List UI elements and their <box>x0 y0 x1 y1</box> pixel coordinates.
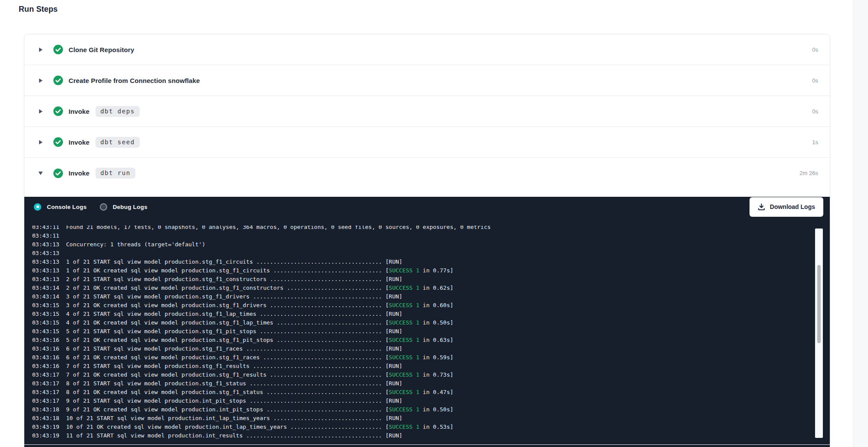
log-line: 03:43:16 6 of 21 START sql view model pr… <box>32 344 818 353</box>
success-check-icon <box>53 106 63 116</box>
step-label: Invoke <box>69 108 89 115</box>
log-tabs: Console Logs Debug Logs <box>34 203 148 211</box>
expand-caret-icon[interactable] <box>38 170 43 176</box>
radio-icon <box>100 203 107 211</box>
log-line: 03:43:18 9 of 21 OK created sql view mod… <box>32 405 818 414</box>
log-line: 03:43:19 10 of 21 OK created sql view mo… <box>32 423 818 431</box>
run-step-row-invoke-dbt-seed[interactable]: Invoke dbt seed 1s <box>24 127 830 158</box>
run-step-row-create-profile-from-connection-snowflake[interactable]: Create Profile from Connection snowflake… <box>24 65 830 96</box>
run-step-row-invoke-dbt-run[interactable]: Invoke dbt run 2m 26s <box>24 158 830 189</box>
step-command-chip: dbt deps <box>95 106 139 117</box>
log-tab-label: Console Logs <box>47 204 87 210</box>
log-line: 03:43:18 10 of 21 START sql view model p… <box>32 414 818 423</box>
step-duration: 0s <box>812 108 830 115</box>
log-line: 03:43:17 7 of 21 OK created sql view mod… <box>32 371 818 379</box>
log-line: 03:43:14 2 of 21 OK created sql view mod… <box>32 284 818 292</box>
log-line: 03:43:17 9 of 21 START sql view model pr… <box>32 397 818 405</box>
card-divider <box>24 444 830 445</box>
success-check-icon <box>53 169 63 178</box>
log-line: 03:43:15 3 of 21 OK created sql view mod… <box>32 301 818 310</box>
log-line: 03:43:15 4 of 21 OK created sql view mod… <box>32 318 818 327</box>
log-panel: Console Logs Debug Logs Download Logs 03… <box>24 197 830 447</box>
success-check-icon <box>53 45 63 54</box>
expand-caret-icon[interactable] <box>38 139 43 145</box>
log-line: 03:43:13 Concurrency: 1 threads (target=… <box>32 240 818 249</box>
log-line: 03:43:17 8 of 21 OK created sql view mod… <box>32 388 818 397</box>
step-label: Clone Git Repository <box>69 46 134 53</box>
step-duration: 0s <box>812 46 830 53</box>
success-check-icon <box>53 76 63 85</box>
page-title: Run Steps <box>19 5 58 14</box>
page-right-gutter <box>853 0 868 447</box>
log-line: 03:43:14 3 of 21 START sql view model pr… <box>32 292 818 301</box>
step-duration: 1s <box>812 139 830 146</box>
log-line: 03:43:15 5 of 21 START sql view model pr… <box>32 327 818 336</box>
step-command-chip: dbt seed <box>95 137 139 148</box>
step-duration: 2m 26s <box>799 170 830 176</box>
log-line: 03:43:11 <box>32 232 818 240</box>
expand-caret-icon[interactable] <box>38 109 43 114</box>
download-icon <box>758 203 765 211</box>
log-line: 03:43:13 1 of 21 OK created sql view mod… <box>32 266 818 275</box>
run-steps-list: Clone Git Repository 0s Create Profile f… <box>24 34 830 189</box>
console-log-output[interactable]: 03:43:11 Found 21 models, 17 tests, 0 sn… <box>32 225 818 445</box>
step-label: Create Profile from Connection snowflake <box>69 77 200 84</box>
run-step-row-clone-git-repository[interactable]: Clone Git Repository 0s <box>24 34 830 65</box>
log-tab-debug-logs[interactable]: Debug Logs <box>100 203 148 211</box>
log-tab-console-logs[interactable]: Console Logs <box>34 203 87 211</box>
log-line: 03:43:11 Found 21 models, 17 tests, 0 sn… <box>32 225 818 232</box>
run-steps-card: Clone Git Repository 0s Create Profile f… <box>24 34 830 447</box>
log-line: 03:43:19 11 of 21 START sql view model p… <box>32 431 818 440</box>
log-scrollbar-thumb[interactable] <box>817 265 821 343</box>
step-label: Invoke <box>69 139 89 146</box>
log-line: 03:43:16 6 of 21 OK created sql view mod… <box>32 353 818 362</box>
log-tab-label: Debug Logs <box>113 204 148 210</box>
log-line: 03:43:16 7 of 21 START sql view model pr… <box>32 362 818 371</box>
step-duration: 0s <box>812 77 830 84</box>
download-logs-label: Download Logs <box>770 203 815 210</box>
run-step-row-invoke-dbt-deps[interactable]: Invoke dbt deps 0s <box>24 96 830 127</box>
step-command-chip: dbt run <box>95 168 135 179</box>
log-line: 03:43:13 2 of 21 START sql view model pr… <box>32 275 818 284</box>
radio-icon <box>34 203 41 211</box>
expand-caret-icon[interactable] <box>38 78 43 83</box>
step-label: Invoke <box>69 169 89 177</box>
log-line: 03:43:13 <box>32 249 818 258</box>
log-panel-header: Console Logs Debug Logs Download Logs <box>34 197 823 217</box>
log-line: 03:43:16 5 of 21 OK created sql view mod… <box>32 336 818 344</box>
log-line: 03:43:15 4 of 21 START sql view model pr… <box>32 310 818 318</box>
log-line: 03:43:17 8 of 21 START sql view model pr… <box>32 379 818 388</box>
expand-caret-icon[interactable] <box>38 47 43 53</box>
log-line: 03:43:13 1 of 21 START sql view model pr… <box>32 258 818 266</box>
download-logs-button[interactable]: Download Logs <box>750 197 823 217</box>
log-scrollbar[interactable] <box>815 228 823 438</box>
success-check-icon <box>53 137 63 147</box>
